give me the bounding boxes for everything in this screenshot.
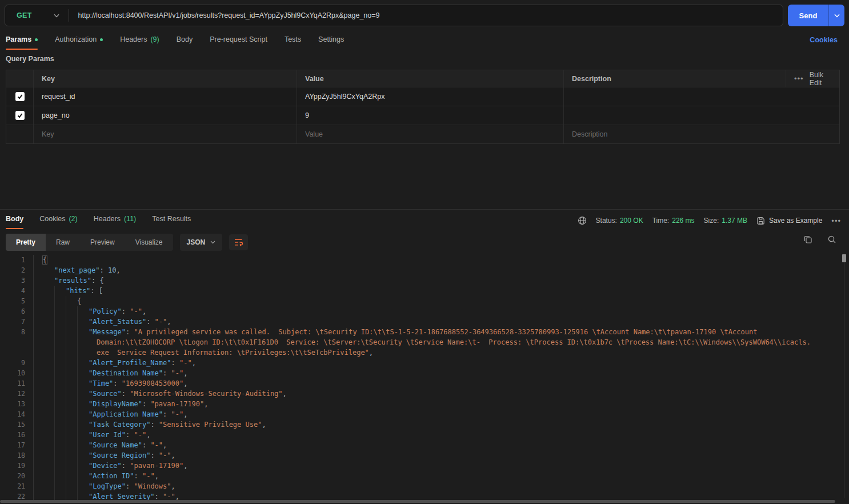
method-select[interactable]: GET: [5, 5, 69, 26]
table-row: page_no 9: [6, 106, 839, 125]
tab-tests[interactable]: Tests: [285, 35, 301, 50]
param-value-cell[interactable]: 9: [297, 106, 564, 125]
view-raw-button[interactable]: Raw: [46, 234, 80, 251]
description-placeholder-input[interactable]: Description: [564, 125, 786, 143]
code-line: 11"Time": "1693908453000",: [0, 378, 841, 389]
code-line: 13"DisplayName": "pavan-17190",: [0, 399, 841, 409]
code-line: 3"results": {: [0, 275, 841, 286]
code-line: 20"Action ID": "-",: [0, 471, 841, 481]
status-value: 200 OK: [620, 217, 643, 225]
tab-test-results[interactable]: Test Results: [152, 215, 191, 229]
line-number: 18: [0, 450, 25, 461]
tab-body-label: Body: [177, 35, 193, 43]
code-line: 21"LogType": "Windows",: [0, 481, 841, 491]
line-number: [0, 347, 25, 358]
view-preview-button[interactable]: Preview: [80, 234, 125, 251]
tab-response-cookies[interactable]: Cookies (2): [39, 215, 77, 229]
line-number: 21: [0, 481, 25, 491]
tab-authorization[interactable]: Authorization: [55, 35, 103, 50]
code-line: 12"Source": "Microsoft-Windows-Security-…: [0, 389, 841, 399]
tab-settings[interactable]: Settings: [318, 35, 344, 50]
horizontal-scrollbar[interactable]: [0, 500, 835, 503]
wrap-text-button[interactable]: [229, 234, 248, 250]
code-line: 1{: [0, 255, 841, 265]
checkmark-icon: [17, 112, 23, 119]
language-select[interactable]: JSON: [180, 234, 223, 251]
wrap-text-icon: [234, 238, 243, 247]
tab-authorization-label: Authorization: [55, 35, 97, 43]
tab-response-headers[interactable]: Headers (11): [94, 215, 137, 229]
response-more-options-icon[interactable]: •••: [831, 217, 841, 225]
param-key-cell[interactable]: request_id: [34, 87, 297, 106]
view-pretty-button[interactable]: Pretty: [6, 234, 46, 251]
code-line: 19"Device": "pavan-17190",: [0, 461, 841, 471]
line-number: 16: [0, 430, 25, 440]
line-number: 2: [0, 265, 25, 275]
code-line: 17"Source Name": "-",: [0, 440, 841, 450]
copy-icon[interactable]: [803, 235, 812, 244]
param-description-cell[interactable]: [564, 106, 786, 125]
language-label: JSON: [187, 238, 206, 246]
postman-dark-window: { "colors": { "accent_orange": "#ff6c37"…: [0, 0, 849, 504]
line-number: 9: [0, 358, 25, 368]
tab-params[interactable]: Params: [6, 35, 38, 50]
view-visualize-button[interactable]: Visualize: [125, 234, 173, 251]
line-number: 22: [0, 491, 25, 501]
tab-pre-request-label: Pre-request Script: [210, 35, 267, 43]
param-description-cell[interactable]: [564, 87, 786, 106]
bulk-edit-button[interactable]: ••• Bulk Edit: [786, 70, 839, 87]
row-checkbox[interactable]: [15, 92, 25, 101]
params-active-dot: [35, 38, 38, 41]
tab-pre-request-script[interactable]: Pre-request Script: [210, 35, 267, 50]
code-line: 16"User Id": "-",: [0, 430, 841, 440]
code-line: 9"Alert_Profile_Name": "-",: [0, 358, 841, 368]
send-label[interactable]: Send: [788, 5, 828, 26]
value-placeholder-input[interactable]: Value: [297, 125, 564, 143]
response-meta: Status: 200 OK Time: 226 ms Size: 1.37 M…: [578, 216, 841, 225]
save-as-example-button[interactable]: Save as Example: [756, 217, 822, 225]
key-placeholder-input[interactable]: Key: [34, 125, 297, 143]
code-line: 4"hits": [: [0, 286, 841, 296]
line-number: 10: [0, 368, 25, 378]
response-panel: Body Cookies (2) Headers (11) Test Resul…: [0, 209, 849, 504]
bulk-edit-label: Bulk Edit: [810, 71, 831, 87]
query-params-title: Query Params: [6, 55, 54, 63]
line-number: 14: [0, 409, 25, 419]
code-lines: 1{2"next_page": 10,3"results": {4"hits":…: [0, 255, 841, 501]
line-number: 12: [0, 389, 25, 399]
request-url-bar: GET: [5, 5, 783, 26]
size-value: 1.37 MB: [722, 217, 747, 225]
globe-icon[interactable]: [578, 216, 587, 225]
search-icon[interactable]: [827, 235, 836, 244]
chevron-down-icon: [834, 14, 840, 18]
line-number: 19: [0, 461, 25, 471]
code-line: 10"Destination Name": "-",: [0, 368, 841, 378]
vertical-scrollbar[interactable]: [842, 254, 846, 262]
more-options-icon[interactable]: •••: [794, 75, 804, 82]
url-input[interactable]: [69, 5, 783, 26]
line-number: 13: [0, 399, 25, 409]
param-key-cell[interactable]: page_no: [34, 106, 297, 125]
row-checkbox[interactable]: [15, 111, 25, 120]
param-value-cell[interactable]: AYppZyJ5hl9CxYqA2Rpx: [297, 87, 564, 106]
save-icon: [756, 217, 765, 225]
send-button[interactable]: Send: [788, 5, 844, 26]
code-line: 6"Policy": "-",: [0, 306, 841, 317]
authorization-active-dot: [100, 38, 103, 41]
tab-settings-label: Settings: [318, 35, 344, 43]
tab-body[interactable]: Body: [177, 35, 193, 50]
tab-headers[interactable]: Headers (9): [120, 35, 159, 50]
time-value: 226 ms: [672, 217, 694, 225]
code-line: 15"Task Category": "Sensitive Privilege …: [0, 419, 841, 430]
table-placeholder-row: Key Value Description: [6, 125, 839, 143]
tab-response-body[interactable]: Body: [6, 215, 23, 229]
status-readout: Status: 200 OK: [596, 217, 643, 225]
tab-response-cookies-label: Cookies: [39, 215, 65, 223]
send-options-button[interactable]: [829, 5, 844, 26]
line-number: [0, 337, 25, 347]
chevron-down-icon: [210, 241, 215, 244]
line-number: 20: [0, 471, 25, 481]
cookies-count-badge: (2): [69, 215, 77, 223]
response-body-code[interactable]: 1{2"next_page": 10,3"results": {4"hits":…: [0, 255, 841, 501]
cookies-link[interactable]: Cookies: [810, 36, 838, 44]
